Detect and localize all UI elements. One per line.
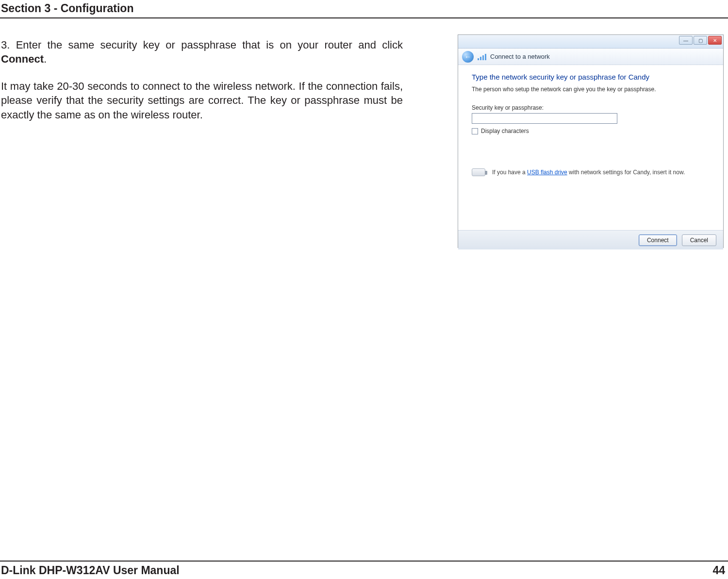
step-text-prefix: 3. Enter the same security key or passph… <box>1 39 403 51</box>
passphrase-input[interactable] <box>472 113 617 124</box>
embedded-dialog: — ▢ ✕ ← Connect to a network Type the ne… <box>458 34 724 248</box>
step-3: 3. Enter the same security key or passph… <box>1 38 403 66</box>
usb-hint-text: If you have a USB flash drive with netwo… <box>492 169 685 176</box>
usb-suffix: with network settings for Candy, insert … <box>567 169 685 176</box>
usb-prefix: If you have a <box>492 169 527 176</box>
manual-page: Section 3 - Configuration 3. Enter the s… <box>0 0 728 579</box>
window-controls: — ▢ ✕ <box>678 36 722 45</box>
maximize-button[interactable]: ▢ <box>694 36 707 45</box>
header-divider <box>0 17 728 18</box>
connect-word: Connect <box>1 53 44 65</box>
body-copy: 3. Enter the same security key or passph… <box>1 38 403 122</box>
usb-drive-icon <box>472 168 485 176</box>
close-button[interactable]: ✕ <box>708 36 722 45</box>
back-icon[interactable]: ← <box>462 51 474 63</box>
dialog-content: Type the network security key or passphr… <box>458 65 723 230</box>
field-label: Security key or passphrase: <box>472 104 710 111</box>
usb-hint-row: If you have a USB flash drive with netwo… <box>472 168 710 176</box>
manual-title: D-Link DHP-W312AV User Manual <box>1 564 180 577</box>
dialog-subtitle: The person who setup the network can giv… <box>472 86 710 93</box>
dialog-toolbar: ← Connect to a network <box>458 49 723 65</box>
minimize-button[interactable]: — <box>679 36 693 45</box>
usb-flash-drive-link[interactable]: USB flash drive <box>527 169 567 176</box>
display-characters-label: Display characters <box>481 128 529 134</box>
dialog-heading: Type the network security key or passphr… <box>472 73 710 81</box>
dialog-footer: Connect Cancel <box>458 230 723 249</box>
display-characters-checkbox[interactable] <box>472 128 478 134</box>
page-number: 44 <box>712 564 725 577</box>
section-header: Section 3 - Configuration <box>1 2 133 15</box>
window-titlebar: — ▢ ✕ <box>458 35 723 49</box>
paragraph: It may take 20-30 seconds to connect to … <box>1 79 403 122</box>
display-characters-row: Display characters <box>472 128 710 134</box>
step-text-suffix: . <box>44 53 47 65</box>
cancel-button[interactable]: Cancel <box>682 234 716 246</box>
footer-divider <box>0 561 728 562</box>
network-icon <box>478 53 486 60</box>
connect-button[interactable]: Connect <box>639 234 677 246</box>
window-title: Connect to a network <box>490 53 550 60</box>
